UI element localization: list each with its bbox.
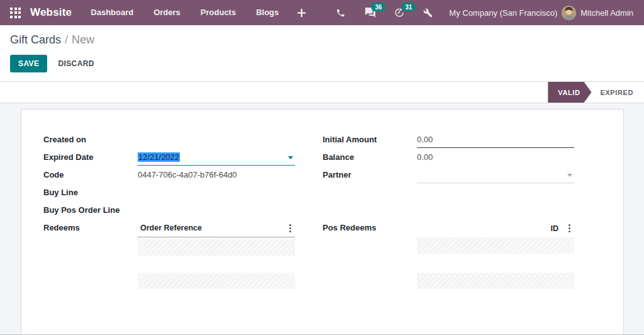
pos-redeems-optional-columns-icon[interactable] xyxy=(567,223,572,234)
field-buy-pos-order-line: Buy Pos Order Line xyxy=(43,202,295,219)
tools-wrench-icon[interactable] xyxy=(423,8,433,18)
balance-value: 0.00 xyxy=(417,149,574,166)
company-switcher[interactable]: My Company (San Francisco) xyxy=(449,8,557,18)
user-avatar xyxy=(562,6,576,20)
pos-redeems-column-id[interactable]: ID xyxy=(551,224,559,233)
statusbar: VALID EXPIRED xyxy=(0,82,644,103)
user-name: Mitchell Admin xyxy=(580,8,633,18)
activities-clock-icon[interactable]: 31 xyxy=(394,8,404,18)
buy-line-label: Buy Line xyxy=(43,184,138,202)
datepicker-caret-icon[interactable] xyxy=(288,156,293,159)
status-valid[interactable]: VALID xyxy=(548,82,591,103)
expired-date-input[interactable]: 12/21/2022 xyxy=(138,149,295,166)
field-expired-date: Expired Date 12/21/2022 xyxy=(43,149,295,166)
content-area: Created on Expired Date 12/21/2022 Code … xyxy=(0,103,644,334)
discard-button[interactable]: DISCARD xyxy=(58,59,94,68)
breadcrumb: Gift Cards/New xyxy=(10,33,634,47)
form-sheet: Created on Expired Date 12/21/2022 Code … xyxy=(21,109,624,334)
buy-pos-order-line-label: Buy Pos Order Line xyxy=(43,202,138,219)
field-pos-redeems: Pos Redeems ID xyxy=(323,219,574,289)
expired-date-value: 12/21/2022 xyxy=(138,152,180,162)
form-right-column: Initial Amount 0.00 Balance 0.00 Partner xyxy=(323,131,574,289)
messages-icon[interactable]: 36 xyxy=(364,8,375,18)
redeems-list-header: Order Reference xyxy=(138,219,295,237)
main-menu: Dashboard Orders Products Blogs xyxy=(80,0,289,25)
field-redeems: Redeems Order Reference xyxy=(43,219,295,289)
status-expired[interactable]: EXPIRED xyxy=(592,82,644,103)
new-content-plus-icon[interactable] xyxy=(289,0,314,25)
partner-label: Partner xyxy=(323,166,417,184)
balance-label: Balance xyxy=(323,149,417,166)
redeems-empty-row xyxy=(138,273,295,289)
action-buttons: SAVE DISCARD xyxy=(10,55,634,72)
activities-count-badge[interactable]: 31 xyxy=(401,3,416,11)
breadcrumb-separator: / xyxy=(65,33,68,46)
redeems-optional-columns-icon[interactable] xyxy=(288,223,292,234)
pos-redeems-list: ID xyxy=(417,219,574,289)
pos-redeems-empty-row xyxy=(417,273,574,289)
top-navbar: Website Dashboard Orders Products Blogs … xyxy=(0,0,644,25)
redeems-list: Order Reference xyxy=(138,219,295,289)
user-menu[interactable]: Mitchell Admin xyxy=(562,6,633,20)
field-initial-amount: Initial Amount 0.00 xyxy=(323,131,574,149)
messages-count-badge[interactable]: 36 xyxy=(371,3,386,11)
control-panel: Gift Cards/New SAVE DISCARD xyxy=(0,25,644,82)
redeems-empty-row xyxy=(138,239,295,256)
phone-icon[interactable] xyxy=(336,8,345,18)
field-buy-line: Buy Line xyxy=(43,184,295,202)
initial-amount-label: Initial Amount xyxy=(323,131,417,149)
field-partner: Partner xyxy=(323,166,574,184)
redeems-label: Redeems xyxy=(43,219,138,237)
initial-amount-input[interactable]: 0.00 xyxy=(417,132,574,148)
menu-item-orders[interactable]: Orders xyxy=(143,0,191,25)
field-created-on: Created on xyxy=(43,131,295,149)
field-code: Code 0447-706c-4a07-b76f-64d0 xyxy=(43,166,295,184)
apps-menu-icon[interactable] xyxy=(10,8,21,18)
code-value: 0447-706c-4a07-b76f-64d0 xyxy=(138,167,295,183)
pos-redeems-list-header: ID xyxy=(417,219,574,237)
pos-redeems-empty-row xyxy=(417,237,574,254)
systray: 36 31 xyxy=(336,8,433,18)
menu-item-dashboard[interactable]: Dashboard xyxy=(80,0,143,25)
redeems-column-order-reference[interactable]: Order Reference xyxy=(140,224,202,232)
form-left-column: Created on Expired Date 12/21/2022 Code … xyxy=(43,131,295,289)
expired-date-label: Expired Date xyxy=(43,149,138,166)
menu-item-products[interactable]: Products xyxy=(191,0,246,25)
code-label: Code xyxy=(43,166,138,184)
partner-dropdown-caret-icon[interactable] xyxy=(567,174,572,177)
breadcrumb-current: New xyxy=(72,33,94,46)
partner-input[interactable] xyxy=(417,167,574,183)
breadcrumb-gift-cards-link[interactable]: Gift Cards xyxy=(10,33,61,46)
field-balance: Balance 0.00 xyxy=(323,149,574,166)
pos-redeems-label: Pos Redeems xyxy=(323,219,417,237)
save-button[interactable]: SAVE xyxy=(10,55,47,72)
app-name[interactable]: Website xyxy=(30,6,72,19)
menu-item-blogs[interactable]: Blogs xyxy=(246,0,289,25)
created-on-label: Created on xyxy=(43,131,138,149)
